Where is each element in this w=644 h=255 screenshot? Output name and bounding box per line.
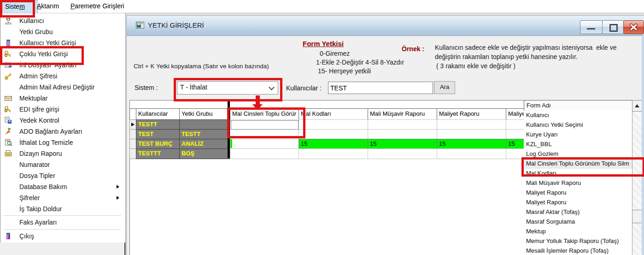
cell-permission[interactable] [506, 129, 526, 140]
column-header-yetki-grubu[interactable]: Yetki Grubu [179, 108, 230, 120]
menu-item-dizayn-raporu[interactable]: Dizayn Raporu [1, 148, 124, 159]
menu-item-ini-dosyasi-ayarlari[interactable]: İni Dosyası Ayarları [1, 59, 124, 71]
menubar-item-sistem[interactable]: Sistem [1, 0, 38, 13]
cell-permission[interactable] [437, 119, 509, 130]
form-list-item[interactable]: Kullanıcı Yetki Seçimi [524, 120, 634, 130]
menu-item-label: Yetki Grubu [19, 26, 53, 37]
form-yetkisi-heading: Form Yetkisi [303, 40, 344, 47]
cell-permission[interactable] [299, 129, 370, 140]
cell-permission[interactable] [299, 119, 370, 130]
cell-kullanicilar[interactable]: TESTTT [136, 148, 182, 159]
cell-permission-green[interactable]: 15 [506, 139, 526, 149]
cell-permission[interactable] [368, 129, 439, 140]
menu-item-database-bakim[interactable]: Database Bakım [1, 181, 124, 192]
menubar-item-aktarim[interactable]: Aktarım [33, 0, 71, 12]
cell-kullanicilar[interactable]: TEST BURÇ [136, 139, 182, 149]
cell-permission-green[interactable]: 15 [368, 139, 439, 149]
close-button[interactable] [623, 20, 644, 34]
sistem-dropdown[interactable]: T - İthalat [177, 81, 278, 95]
form-list-item[interactable]: Memur Yolluk Takip Raporu (Tofaş) [524, 237, 634, 247]
example-description-line: Kullanıcın sadece ekle ve değiştir yapıl… [435, 44, 617, 51]
cell-permission[interactable] [368, 119, 439, 130]
cell-permission-green[interactable]: 15 [299, 139, 370, 149]
cell-yetki-grubu[interactable] [179, 119, 230, 130]
minimize-button[interactable] [580, 20, 603, 34]
selected-cell-marquee[interactable] [231, 120, 299, 130]
form-list-item[interactable]: KZL_BBL [524, 140, 634, 150]
cell-yetki-grubu[interactable]: ANALİZ [179, 139, 230, 149]
cell-yetki-grubu[interactable]: BOŞ [179, 148, 230, 159]
form-list-item[interactable]: Log Gozlem [524, 149, 634, 160]
menu-item-admin-mail-adresi-degistir[interactable]: Admin Mail Adresi Değiştir [1, 82, 124, 93]
cell-permission[interactable] [230, 129, 301, 140]
cell-kullanicilar[interactable]: TESTT [136, 119, 182, 130]
envelope-icon [4, 94, 12, 102]
form-list-item[interactable]: Kullanıcı [524, 111, 634, 121]
menu-item-ithalat-log-temizle[interactable]: İthalat Log Temizle [1, 137, 124, 148]
form-list-item[interactable]: Maliyet Raporu [524, 198, 634, 208]
cell-permission[interactable] [230, 148, 301, 159]
form-list-item[interactable]: Mali Müşavir Raporu [524, 178, 634, 189]
column-header-maliye-clipped[interactable]: Maliye [506, 108, 526, 120]
sistem-label: Sistem : [135, 84, 158, 91]
form-list-item-highlighted[interactable]: Mal Cinsleri Toplu Görünüm Toplu Silm [524, 159, 634, 169]
column-header-mal-cinsleri[interactable]: Mal Cinsleri Toplu Görür [230, 108, 301, 120]
application-root: Sistem Aktarım Paremetre Girişleri Kulla… [0, 0, 644, 255]
permission-legend-line: 1-Ekle 2-Değiştir 4-Sil 8-Yazdır [316, 59, 404, 66]
menu-item-kullanici[interactable]: Kullanıcı [1, 15, 124, 26]
form-list-item[interactable]: Maliyet Raporu [524, 188, 634, 198]
exit-icon [4, 232, 12, 240]
column-header-maliyet[interactable]: Maliyet Raporu [437, 108, 509, 120]
menu-item-yetki-grubu[interactable]: Yetki Grubu [1, 26, 124, 37]
menu-item-faks-ayarlari[interactable]: Faks Ayarları [1, 217, 124, 228]
menu-item-is-takip-doldur[interactable]: İş Takip Doldur [1, 203, 124, 214]
cell-permission[interactable] [299, 148, 370, 159]
form-list-item[interactable]: Kurye Uyarı [524, 130, 634, 140]
menu-item-cikis[interactable]: Çıkış [1, 231, 124, 242]
menu-item-ado-baglanti-ayarlari[interactable]: ADO Bağlantı Ayarları [1, 126, 124, 137]
column-header-mal-kodlari[interactable]: Mal Kodları [299, 108, 370, 120]
cell-permission[interactable] [368, 148, 439, 159]
cell-permission[interactable] [506, 119, 526, 130]
menu-item-edi-sifre-girisi[interactable]: EDI şifre girişi [1, 104, 124, 115]
column-header-kullanicilar[interactable]: Kullanıcılar [136, 108, 182, 120]
menu-item-yedek-kontrol[interactable]: Yedek Kontrol [1, 115, 124, 126]
menubar-item-parametre-girisleri[interactable]: Paremetre Girişleri [67, 0, 139, 12]
report-icon [4, 149, 12, 158]
permission-legend-line: 0-Giremez [320, 50, 350, 57]
menu-item-label: Şifreler [19, 192, 40, 203]
sistem-menu-panel: Kullanıcı Yetki Grubu Kullanıcı Yetki Gi… [0, 13, 126, 243]
column-header-mali-musavir[interactable]: Mali Müşavir Raporu [368, 108, 439, 120]
window-icon [136, 22, 144, 30]
minimize-icon [587, 28, 595, 30]
submenu-arrow-icon [117, 196, 119, 200]
kullanicilar-label: Kullanıcılar : [286, 84, 322, 92]
menu-item-coklu-yetki-girisi[interactable]: Çoklu Yetki Girişi [1, 48, 124, 59]
vertical-scrollbar[interactable] [632, 100, 643, 255]
menu-item-sifreler[interactable]: Şifreler [1, 192, 124, 203]
background-area [0, 243, 125, 255]
menu-item-admin-sifresi[interactable]: Admin Şifresi [1, 71, 124, 82]
menu-item-label: Çoklu Yetki Girişi [19, 48, 68, 59]
form-list-item[interactable]: Mesaili İşlemler Raporu (Tofaş) [524, 246, 634, 255]
window-titlebar[interactable]: YETKİ GİRİŞLERİ [127, 16, 644, 36]
cell-permission[interactable] [437, 148, 509, 159]
menu-item-mektuplar[interactable]: Mektuplar [1, 93, 124, 104]
cell-permission-green[interactable]: 15 [437, 139, 509, 149]
cell-permission[interactable] [230, 139, 301, 149]
menu-item-numarator[interactable]: Numarator [1, 159, 124, 170]
cell-kullanicilar[interactable]: TEST [136, 129, 182, 140]
cell-yetki-grubu[interactable]: TESTT [179, 129, 230, 140]
cell-permission[interactable] [506, 148, 526, 159]
form-list-item[interactable]: Mektup [524, 227, 634, 237]
maximize-button[interactable] [602, 20, 624, 34]
form-list-item[interactable]: Masraf Aktar (Tofaş) [524, 208, 634, 218]
form-list-item[interactable]: Mal Kodları [524, 169, 634, 179]
form-list-item[interactable]: Masraf Sorgulama [524, 217, 634, 227]
menu-item-dosya-tipler[interactable]: Dosya Tipler [1, 170, 124, 181]
kullanicilar-input[interactable] [328, 82, 433, 94]
form-adi-header[interactable]: Form Adı [524, 100, 635, 112]
ara-button[interactable]: Ara [434, 81, 455, 94]
menu-item-kullanici-yetki-girisi[interactable]: Kullanıcı Yetki Girişi [1, 37, 124, 48]
cell-permission[interactable] [437, 129, 509, 140]
